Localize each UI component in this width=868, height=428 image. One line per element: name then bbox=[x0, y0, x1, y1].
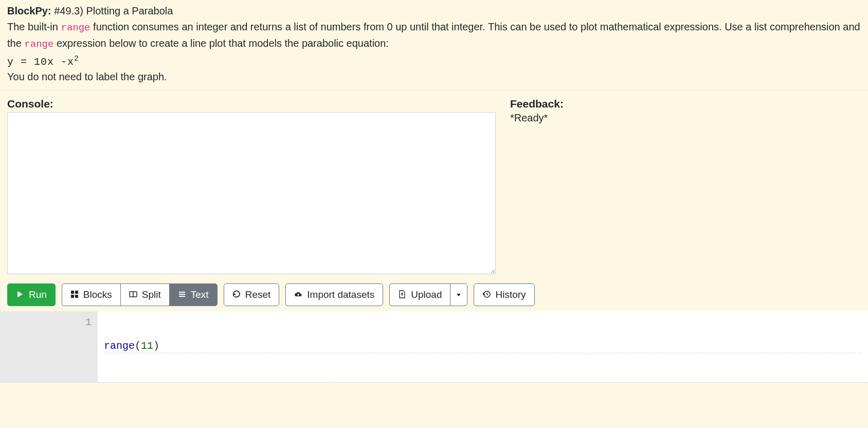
upload-label: Upload bbox=[411, 288, 442, 302]
run-button[interactable]: Run bbox=[7, 283, 56, 307]
code-editor[interactable]: 1 range(11) bbox=[0, 311, 868, 383]
import-datasets-label: Import datasets bbox=[307, 288, 374, 302]
equation-body: y = 10x -x bbox=[7, 56, 74, 68]
blocks-label: Blocks bbox=[83, 288, 112, 302]
text-label: Text bbox=[191, 288, 209, 302]
blocks-button[interactable]: Blocks bbox=[62, 283, 120, 307]
svg-rect-2 bbox=[71, 295, 74, 298]
history-button[interactable]: History bbox=[474, 283, 534, 307]
view-mode-group: Blocks Split Text bbox=[62, 283, 218, 307]
app-label: BlockPy: bbox=[7, 5, 54, 16]
history-icon bbox=[482, 290, 492, 299]
text-button[interactable]: Text bbox=[169, 283, 218, 307]
code-line-1: range(11) bbox=[104, 340, 862, 353]
problem-description: The built-in range function consumes an … bbox=[7, 19, 861, 51]
line-number-1: 1 bbox=[85, 316, 92, 328]
split-button[interactable]: Split bbox=[120, 283, 169, 307]
desc-text-1: The built-in bbox=[7, 21, 61, 32]
code-content[interactable]: range(11) bbox=[98, 311, 868, 383]
range-code-1: range bbox=[61, 22, 91, 33]
reset-button[interactable]: Reset bbox=[224, 283, 280, 307]
console-panel: Console: bbox=[7, 98, 496, 274]
history-label: History bbox=[495, 288, 526, 302]
cloud-download-icon bbox=[294, 290, 303, 299]
problem-title-line: BlockPy: #49.3) Plotting a Parabola bbox=[7, 5, 861, 17]
problem-title: #49.3) Plotting a Parabola bbox=[54, 5, 173, 16]
svg-rect-3 bbox=[75, 295, 78, 298]
svg-rect-0 bbox=[71, 291, 74, 294]
problem-header: BlockPy: #49.3) Plotting a Parabola The … bbox=[0, 0, 868, 91]
caret-down-icon bbox=[456, 292, 462, 298]
equation-exponent: 2 bbox=[74, 55, 79, 63]
import-datasets-button[interactable]: Import datasets bbox=[285, 283, 383, 307]
upload-button[interactable]: Upload bbox=[389, 283, 450, 307]
upload-group: Upload bbox=[389, 283, 467, 307]
console-output[interactable] bbox=[7, 112, 496, 274]
run-label: Run bbox=[29, 288, 47, 302]
play-icon bbox=[16, 290, 25, 299]
list-icon bbox=[178, 290, 187, 299]
code-paren-close: ) bbox=[153, 340, 159, 352]
code-paren-open: ( bbox=[135, 340, 141, 352]
svg-rect-1 bbox=[75, 291, 78, 294]
code-fn: range bbox=[104, 340, 135, 352]
reset-label: Reset bbox=[245, 288, 271, 302]
grid-icon bbox=[70, 290, 80, 299]
split-icon bbox=[129, 290, 138, 299]
feedback-status: *Ready* bbox=[510, 112, 861, 124]
panels-row: Console: Feedback: *Ready* bbox=[0, 91, 868, 274]
code-num: 11 bbox=[141, 340, 153, 352]
split-label: Split bbox=[142, 288, 161, 302]
upload-dropdown-button[interactable] bbox=[450, 283, 467, 307]
desc-text-3: expression below to create a line plot t… bbox=[53, 38, 389, 49]
feedback-panel: Feedback: *Ready* bbox=[510, 98, 861, 274]
console-label: Console: bbox=[7, 98, 496, 110]
file-upload-icon bbox=[398, 290, 407, 299]
line-gutter: 1 bbox=[0, 311, 98, 383]
toolbar: Run Blocks Split Text Reset bbox=[0, 274, 868, 312]
equation: y = 10x -x2 bbox=[7, 55, 861, 68]
problem-note: You do not need to label the graph. bbox=[7, 71, 861, 83]
feedback-label: Feedback: bbox=[510, 98, 861, 110]
refresh-icon bbox=[232, 290, 242, 299]
range-code-2: range bbox=[24, 39, 53, 50]
